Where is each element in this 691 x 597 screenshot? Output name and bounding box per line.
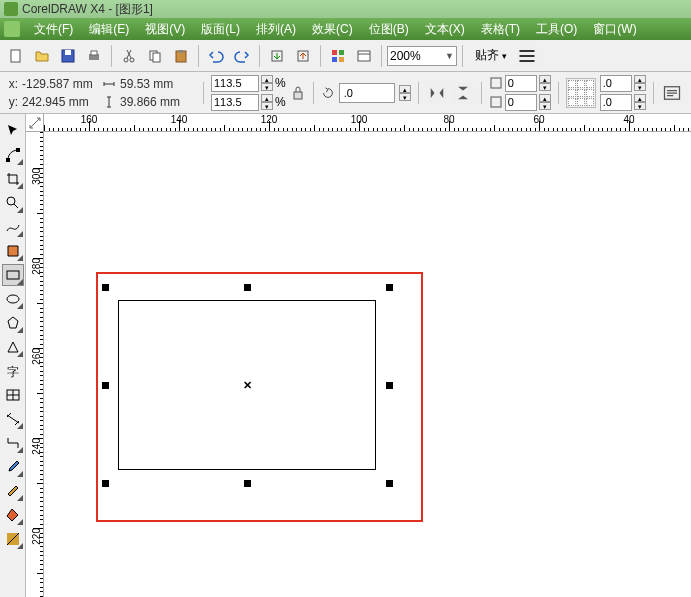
svg-rect-15 <box>332 57 337 62</box>
scale-y-input[interactable] <box>211 94 259 111</box>
svg-point-6 <box>130 58 134 62</box>
text-tool[interactable]: 字 <box>2 360 24 382</box>
dimension-tool[interactable] <box>2 408 24 430</box>
zoom-level-select[interactable]: 200% ▼ <box>387 46 457 66</box>
corner-icon <box>489 95 503 109</box>
mirror-v-button[interactable] <box>452 82 474 104</box>
menu-layout[interactable]: 版面(L) <box>193 19 248 40</box>
menu-window[interactable]: 窗口(W) <box>585 19 644 40</box>
svg-text:字: 字 <box>7 365 19 379</box>
lock-ratio-button[interactable] <box>290 82 306 104</box>
svg-rect-18 <box>294 92 302 99</box>
chevron-down-icon: ▾ <box>502 51 507 61</box>
round-x-spinner[interactable]: ▴▾ <box>539 75 551 91</box>
smart-fill-tool[interactable] <box>2 240 24 262</box>
polygon-tool[interactable] <box>2 312 24 334</box>
connector-tool[interactable] <box>2 432 24 454</box>
undo-button[interactable] <box>204 44 228 68</box>
redo-button[interactable] <box>230 44 254 68</box>
canvas-area: 16014012010080604020 300280260240220200 … <box>26 114 691 597</box>
app-launcher-button[interactable] <box>326 44 350 68</box>
scale-y-spinner[interactable]: ▴▾ <box>261 94 273 110</box>
wrap-text-button[interactable] <box>661 82 683 104</box>
save-button[interactable] <box>56 44 80 68</box>
y-value[interactable]: 242.945 mm <box>20 94 98 110</box>
shape-tool[interactable] <box>2 144 24 166</box>
menu-tools[interactable]: 工具(O) <box>528 19 585 40</box>
options-button[interactable] <box>516 45 538 67</box>
snap-label: 贴齐 <box>475 47 499 64</box>
separator <box>481 82 482 104</box>
paste-button[interactable] <box>169 44 193 68</box>
table-tool[interactable] <box>2 384 24 406</box>
print-button[interactable] <box>82 44 106 68</box>
separator <box>462 45 463 67</box>
cut-button[interactable] <box>117 44 141 68</box>
rotation-input[interactable] <box>339 83 395 103</box>
snap-menu[interactable]: 贴齐 ▾ <box>468 44 514 67</box>
selection-handle[interactable] <box>386 382 393 389</box>
pick-tool[interactable] <box>2 120 24 142</box>
selection-handle[interactable] <box>244 284 251 291</box>
height-value[interactable]: 39.866 mm <box>118 94 196 110</box>
radius-y-spinner[interactable]: ▴▾ <box>634 94 646 110</box>
export-button[interactable] <box>291 44 315 68</box>
scale-x-spinner[interactable]: ▴▾ <box>261 75 273 91</box>
round-y-input[interactable] <box>505 94 537 111</box>
chevron-down-icon: ▼ <box>445 51 454 61</box>
import-button[interactable] <box>265 44 289 68</box>
menu-arrange[interactable]: 排列(A) <box>248 19 304 40</box>
outline-tool[interactable] <box>2 480 24 502</box>
percent-label: % <box>275 76 286 90</box>
freehand-tool[interactable] <box>2 216 24 238</box>
menu-effects[interactable]: 效果(C) <box>304 19 361 40</box>
ruler-horizontal[interactable]: 16014012010080604020 <box>44 114 691 132</box>
crop-tool[interactable] <box>2 168 24 190</box>
corner-block: ▴▾ ▴▾ <box>489 75 551 111</box>
ruler-origin[interactable] <box>26 114 44 132</box>
menu-edit[interactable]: 编辑(E) <box>81 19 137 40</box>
menu-bitmaps[interactable]: 位图(B) <box>361 19 417 40</box>
rotation-spinner[interactable]: ▴▾ <box>399 85 411 101</box>
new-button[interactable] <box>4 44 28 68</box>
menu-file[interactable]: 文件(F) <box>26 19 81 40</box>
x-value[interactable]: -129.587 mm <box>20 76 98 92</box>
width-value[interactable]: 59.53 mm <box>118 76 196 92</box>
fill-tool[interactable] <box>2 504 24 526</box>
round-y-spinner[interactable]: ▴▾ <box>539 94 551 110</box>
welcome-button[interactable] <box>352 44 376 68</box>
menu-table[interactable]: 表格(T) <box>473 19 528 40</box>
selection-handle[interactable] <box>386 480 393 487</box>
ruler-vertical[interactable]: 300280260240220200 <box>26 132 44 597</box>
selected-rectangle[interactable]: ✕ <box>118 300 376 470</box>
svg-point-5 <box>124 58 128 62</box>
app-menu-logo-icon <box>4 21 20 37</box>
selection-handle[interactable] <box>102 284 109 291</box>
title-bar: CorelDRAW X4 - [图形1] <box>0 0 691 18</box>
menu-text[interactable]: 文本(X) <box>417 19 473 40</box>
interactive-fill-tool[interactable] <box>2 528 24 550</box>
open-button[interactable] <box>30 44 54 68</box>
ellipse-tool[interactable] <box>2 288 24 310</box>
canvas[interactable]: ✕ <box>44 132 691 597</box>
radius-x-input[interactable] <box>600 75 632 92</box>
basic-shapes-tool[interactable] <box>2 336 24 358</box>
corner-selector[interactable] <box>566 78 596 108</box>
scale-x-input[interactable] <box>211 75 259 92</box>
radius-y-input[interactable] <box>600 94 632 111</box>
selection-handle[interactable] <box>102 382 109 389</box>
svg-rect-20 <box>491 97 501 107</box>
eyedropper-tool[interactable] <box>2 456 24 478</box>
menu-view[interactable]: 视图(V) <box>137 19 193 40</box>
selection-handle[interactable] <box>102 480 109 487</box>
svg-rect-25 <box>7 271 19 279</box>
selection-handle[interactable] <box>244 480 251 487</box>
radius-x-spinner[interactable]: ▴▾ <box>634 75 646 91</box>
round-x-input[interactable] <box>505 75 537 92</box>
rectangle-tool[interactable] <box>2 264 24 286</box>
copy-button[interactable] <box>143 44 167 68</box>
mirror-h-button[interactable] <box>426 82 448 104</box>
svg-point-26 <box>7 295 19 303</box>
zoom-tool[interactable] <box>2 192 24 214</box>
selection-handle[interactable] <box>386 284 393 291</box>
